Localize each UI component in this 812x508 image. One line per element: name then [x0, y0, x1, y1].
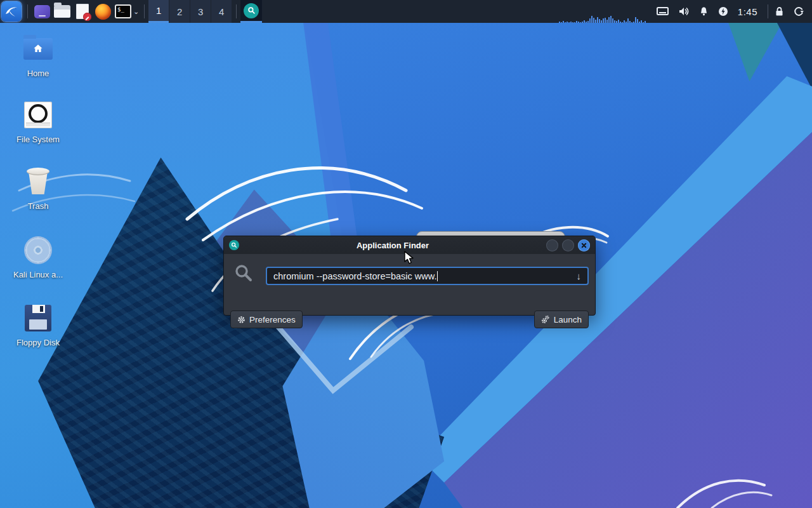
cpu-bar — [635, 17, 636, 23]
launch-button[interactable]: Launch — [534, 311, 589, 328]
logout-icon[interactable] — [794, 6, 804, 17]
entry-dropdown-icon[interactable]: ↓ — [577, 271, 582, 281]
launcher-dropdown-chevron[interactable]: ⌄ — [133, 8, 139, 16]
application-finder-icon — [229, 240, 239, 250]
cpu-bar — [608, 17, 610, 23]
display-icon[interactable] — [657, 6, 669, 17]
desktop-icon-kali-cdrom[interactable]: Kali Linux a... — [8, 234, 69, 279]
disc-icon — [24, 236, 52, 264]
workspace-2[interactable]: 2 — [169, 0, 190, 23]
application-finder-task-icon — [244, 3, 259, 18]
close-button[interactable] — [578, 239, 590, 251]
desktop-icon-floppy[interactable]: Floppy Disk — [8, 302, 69, 347]
minimize-button[interactable] — [546, 239, 558, 251]
application-finder-window: Application Finder chromium --password-s… — [223, 236, 596, 316]
launcher-window-manager[interactable] — [32, 1, 51, 22]
cpu-bar — [561, 22, 562, 23]
panel-clock[interactable]: 1:45 — [738, 6, 757, 17]
applications-menu-button[interactable] — [1, 1, 22, 22]
window-titlebar[interactable]: Application Finder — [224, 236, 595, 254]
search-icon — [234, 264, 253, 285]
cpu-bar — [597, 17, 598, 23]
cpu-bar — [566, 22, 568, 23]
cpu-bar — [629, 21, 631, 23]
launcher-terminal[interactable]: $_ — [114, 1, 133, 22]
workspace-4[interactable]: 4 — [211, 0, 232, 23]
firefox-icon — [95, 4, 111, 20]
launch-gears-icon — [541, 315, 550, 324]
workspace-1[interactable]: 1 — [148, 0, 169, 23]
cpu-bar — [570, 22, 572, 23]
cpu-bar — [559, 22, 560, 23]
cpu-bar — [606, 20, 608, 23]
cpu-bar — [580, 22, 581, 23]
cpu-graph-widget[interactable] — [559, 0, 648, 23]
cpu-bar — [633, 22, 634, 23]
cpu-bar — [641, 20, 642, 23]
cpu-bar — [584, 20, 585, 23]
cpu-bar — [624, 20, 625, 23]
kali-desktop: Home File System Trash Kali Linux a... F… — [0, 0, 812, 508]
cpu-bar — [627, 18, 629, 23]
cpu-bar — [572, 22, 573, 23]
desktop-icon-label: Home — [8, 69, 69, 78]
maximize-button[interactable] — [562, 239, 574, 251]
volume-icon[interactable] — [678, 6, 690, 17]
cpu-bar — [610, 16, 612, 23]
cpu-bar — [595, 20, 596, 23]
desktop-icon-label: Floppy Disk — [8, 338, 69, 347]
cpu-bar — [603, 18, 604, 23]
cpu-bar — [586, 22, 587, 23]
panel-separator — [236, 4, 237, 18]
cpu-bar — [622, 22, 623, 23]
command-text: chromium --password-store=basic www. — [273, 271, 436, 281]
notifications-bell-icon[interactable] — [699, 6, 709, 17]
cpu-bar — [620, 22, 621, 23]
task-application-finder[interactable] — [240, 0, 262, 23]
drive-icon — [24, 102, 52, 128]
power-manager-icon[interactable] — [718, 6, 728, 17]
cpu-bar — [565, 22, 566, 23]
cpu-bar — [637, 19, 638, 23]
cpu-bar — [631, 22, 632, 23]
preferences-button[interactable]: Preferences — [230, 311, 303, 328]
launch-label: Launch — [554, 315, 582, 324]
cpu-bar — [639, 22, 640, 23]
terminal-icon: $_ — [115, 4, 131, 18]
desktop-icon-label: Kali Linux a... — [8, 270, 69, 279]
cpu-bar — [563, 21, 564, 23]
workspace-pager: 1 2 3 4 — [148, 0, 232, 23]
cpu-bar — [582, 22, 583, 23]
command-input[interactable]: chromium --password-store=basic www. ↓ — [266, 267, 589, 285]
system-tray: 1:45 — [657, 6, 757, 17]
launcher-firefox[interactable] — [93, 1, 112, 22]
cpu-bar — [578, 22, 579, 23]
cpu-bar — [601, 20, 602, 23]
workspace-3[interactable]: 3 — [190, 0, 211, 23]
launcher-text-editor[interactable] — [73, 1, 92, 22]
cpu-bar — [576, 21, 577, 23]
cpu-bar — [614, 20, 615, 23]
trash-can-icon — [24, 168, 52, 196]
panel-separator — [27, 4, 28, 18]
home-folder-icon — [23, 38, 53, 60]
cpu-bar — [618, 20, 619, 23]
window-title: Application Finder — [239, 241, 546, 250]
panel-separator — [768, 4, 768, 18]
cpu-bar — [605, 18, 606, 23]
cpu-bar — [574, 22, 575, 23]
floppy-disk-icon — [25, 305, 51, 331]
text-editor-icon — [76, 4, 89, 19]
cpu-bar — [645, 21, 646, 23]
desktop-icon-filesystem[interactable]: File System — [8, 99, 69, 144]
text-caret — [437, 271, 438, 281]
launcher-file-manager[interactable] — [53, 1, 72, 22]
cpu-bar — [599, 19, 600, 23]
desktop-icon-label: File System — [8, 135, 69, 144]
cpu-bar — [593, 18, 594, 23]
desktop-icon-home[interactable]: Home — [8, 33, 69, 78]
desktop-icon-trash[interactable]: Trash — [8, 166, 69, 211]
cpu-bar — [587, 21, 589, 23]
cpu-bar — [625, 22, 627, 23]
lock-screen-icon[interactable] — [775, 6, 784, 17]
